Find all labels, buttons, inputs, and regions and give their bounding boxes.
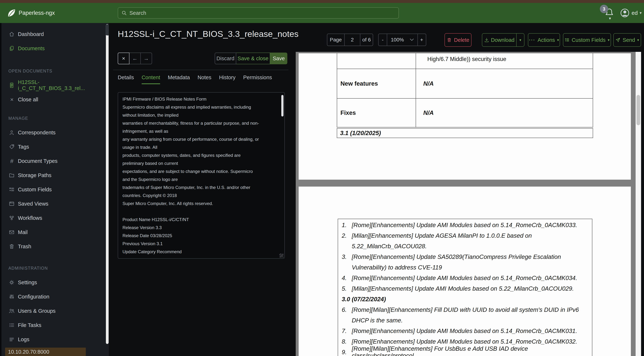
tag-icon (9, 144, 15, 150)
page-number-field[interactable] (344, 34, 360, 46)
sidebar-item-file-tasks[interactable]: File Tasks (2, 318, 104, 332)
tab-details[interactable]: Details (118, 74, 134, 84)
sidebar-item-mail[interactable]: Mail (2, 225, 104, 239)
next-document-button[interactable]: → (140, 52, 152, 64)
user-menu-caret-icon: ▾ (640, 3, 642, 23)
sidebar-item-label: Documents (18, 46, 45, 52)
tab-history[interactable]: History (219, 74, 236, 84)
tab-permissions[interactable]: Permissions (243, 74, 272, 84)
zoom-in-button[interactable]: + (418, 34, 426, 46)
sidebar-item-close-all[interactable]: × Close all (2, 92, 104, 106)
actions-button[interactable]: ··· Actions ▾ (528, 33, 560, 47)
pdf-list-line: 7. [Rome][Enhancements] Update AMI Modul… (342, 326, 589, 336)
pdf-scrollbar-track[interactable] (636, 52, 641, 356)
page-total-label: of 6 (360, 34, 373, 46)
user-menu[interactable]: ed (632, 3, 638, 23)
pdf-list-text: [Milan][Enhancements] Update AMI Modules… (352, 285, 574, 292)
delete-button[interactable]: Delete (444, 33, 472, 47)
gear-icon (9, 280, 15, 285)
sidebar-item-correspondents[interactable]: Correspondents (2, 126, 104, 140)
tab-metadata[interactable]: Metadata (168, 74, 190, 84)
notification-count-badge: 3 (600, 5, 608, 13)
sidebar-item-tags[interactable]: Tags (2, 140, 104, 154)
sidebar-item-users-groups[interactable]: Users & Groups (2, 304, 104, 318)
person-icon (9, 130, 15, 136)
content-scrollbar-thumb[interactable] (281, 95, 284, 116)
changes-list: 1. [Rome][Enhancements] Update AMI Modul… (342, 220, 589, 356)
sidebar-item-saved-views[interactable]: Saved Views (2, 196, 104, 211)
search-input[interactable] (130, 10, 395, 16)
custom-fields-button[interactable]: Custom Fields ▾ (563, 33, 611, 47)
pdf-list-line: 2. [Milan][Enhancements] Update AGESA Mi… (342, 230, 589, 241)
sidebar: Dashboard Documents OPEN DOCUMENTS H12SS… (0, 23, 109, 356)
sidebar-item-label: Custom Fields (18, 186, 52, 192)
pdf-list-text: [Rome][Enhancements] Update AMI Modules … (352, 338, 577, 345)
textarea-resize-handle[interactable] (280, 254, 284, 258)
sidebar-item-label: Configuration (18, 294, 50, 300)
zoom-level-select[interactable]: 100% (387, 34, 418, 46)
sidebar-item-open-document[interactable]: H12SSL-i_C_CT_NT_BIOS_3.3_rel... (2, 78, 104, 92)
pdf-list-text: [Rome][Enhancements] Update AMI Modules … (352, 328, 577, 334)
pdf-list-text: [Rome][Enhancements] Update AMI Modules … (352, 274, 577, 282)
pdf-list-line: DHCP is the same. (342, 315, 589, 326)
custom-fields-icon (564, 38, 570, 42)
sidebar-item-label: Trash (18, 244, 31, 250)
sidebar-item-documents[interactable]: Documents (2, 41, 104, 56)
download-button[interactable]: Download (482, 34, 516, 46)
save-and-close-button[interactable]: Save & close (236, 52, 270, 64)
page-label: Page (327, 34, 344, 46)
sidebar-item-label: Correspondents (18, 130, 56, 136)
actions-button-label: Actions (538, 37, 555, 43)
download-dropdown-button[interactable]: ▾ (516, 34, 524, 46)
close-icon: × (9, 96, 15, 102)
header-divider (113, 70, 288, 70)
document-nav-group: × ← → (118, 52, 152, 64)
sidebar-item-label: File Tasks (18, 322, 41, 328)
tab-content[interactable]: Content (142, 74, 160, 84)
previous-document-button[interactable]: ← (129, 52, 141, 64)
caret-down-icon: ▾ (637, 38, 639, 42)
pdf-page-2: 1. [Rome][Enhancements] Update AMI Modul… (299, 186, 631, 356)
send-icon (615, 38, 620, 42)
close-document-button[interactable]: × (118, 52, 130, 64)
page-number-input[interactable] (345, 34, 360, 46)
table-cell-label: Fixes (337, 98, 416, 127)
pdf-list-line: 1. [Rome][Enhancements] Update AMI Modul… (342, 220, 589, 230)
sidebar-item-logs[interactable]: Logs (2, 332, 104, 346)
hostname-link-tooltip: 10.10.20.70:8000 (5, 348, 86, 356)
global-search[interactable] (118, 7, 399, 18)
zoom-out-button[interactable]: - (378, 34, 387, 46)
delete-button-label: Delete (454, 37, 469, 43)
tab-notes[interactable]: Notes (198, 74, 212, 84)
table-cell-value: N/A (416, 98, 593, 127)
home-icon (9, 31, 15, 37)
save-button[interactable]: Save (270, 52, 287, 64)
table-cell-value: N/A (416, 69, 593, 98)
sidebar-item-trash[interactable]: Trash (2, 239, 104, 254)
send-button[interactable]: Send ▾ (613, 33, 641, 47)
sidebar-item-settings[interactable]: Settings (2, 275, 104, 290)
download-split-button: Download ▾ (482, 33, 524, 47)
sidebar-item-workflows[interactable]: Workflows (2, 211, 104, 225)
pdf-list-line: 3.0 (07/22/2024) (342, 294, 589, 304)
sidebar-item-storage-paths[interactable]: Storage Paths (2, 168, 104, 182)
pdf-list-number: 9. (342, 349, 352, 356)
sidebar-item-label: Saved Views (18, 201, 48, 207)
user-avatar-icon[interactable] (620, 8, 630, 18)
sidebar-item-configuration[interactable]: Configuration (2, 290, 104, 304)
sidebar-collapse-button[interactable]: « (106, 24, 109, 36)
sidebar-scrollbar[interactable] (106, 24, 108, 344)
sidebar-item-document-types[interactable]: # Document Types (2, 154, 104, 168)
pdf-list-text: DHCP is the same. (352, 317, 403, 324)
zoom-controls: - 100% + (378, 34, 426, 46)
pdf-list-text: 3.0 (07/22/2024) (342, 296, 386, 303)
discard-button[interactable]: Discard (215, 52, 236, 64)
pdf-scrollbar-thumb[interactable] (636, 95, 640, 125)
content-textarea[interactable]: IPMI Firmware / BIOS Release Notes Form … (118, 92, 285, 259)
sidebar-item-dashboard[interactable]: Dashboard (2, 27, 104, 41)
sidebar-item-custom-fields[interactable]: Custom Fields (2, 182, 104, 196)
workflows-icon (9, 215, 15, 221)
pdf-list-line: 5.22_MilanCrb_0ACOU028. (342, 241, 589, 252)
table-row: Fixes N/A (337, 98, 593, 128)
table-cell-value: High/6.7 Middle)) security issue (416, 53, 593, 69)
